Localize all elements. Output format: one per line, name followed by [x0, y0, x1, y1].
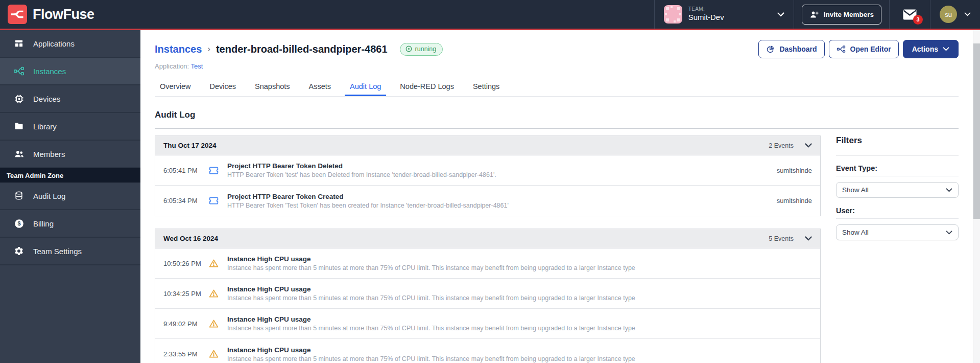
- invite-members-button[interactable]: Invite Members: [802, 5, 881, 25]
- audit-group-header[interactable]: Wed Oct 16 2024 5 Events: [155, 229, 820, 248]
- filters-heading: Filters: [836, 135, 959, 146]
- tab-node-red-logs[interactable]: Node-RED Logs: [395, 78, 459, 96]
- chip-icon: [13, 93, 25, 104]
- actions-button-label: Actions: [912, 45, 938, 53]
- scrollbar-thumb[interactable]: [973, 43, 980, 219]
- event-time: 10:50:26 PM: [163, 260, 208, 267]
- filters-divider: [836, 155, 959, 155]
- sidebar-item-instances[interactable]: Instances: [0, 58, 140, 85]
- event-time: 9:49:02 PM: [163, 320, 208, 328]
- chevron-down-icon: [964, 12, 971, 16]
- chevron-down-icon: [943, 47, 949, 51]
- group-date: Wed Oct 16 2024: [163, 235, 218, 242]
- flowfuse-logo-icon: [8, 5, 27, 24]
- event-time: 6:05:34 PM: [163, 197, 208, 205]
- sidebar-item-label: Billing: [33, 219, 54, 228]
- instances-icon: [13, 65, 25, 77]
- page-title: tender-broad-billed-sandpiper-4861: [216, 43, 388, 55]
- event-user: sumitshinde: [777, 197, 812, 205]
- event-time: 6:05:41 PM: [163, 167, 208, 174]
- warning-icon: [208, 258, 220, 269]
- sidebar-item-label: Library: [33, 122, 57, 131]
- event-time: 10:34:25 PM: [163, 290, 208, 298]
- event-title: Project HTTP Bearer Token Created: [227, 193, 767, 200]
- person-plus-icon: [809, 10, 819, 19]
- notifications-button[interactable]: 3: [889, 0, 930, 29]
- dashboard-button[interactable]: Dashboard: [758, 40, 824, 58]
- warning-icon: [208, 318, 220, 329]
- user-filter-label: User:: [836, 207, 959, 219]
- main-content: Instances › tender-broad-billed-sandpipe…: [140, 30, 973, 363]
- warning-icon: [208, 349, 220, 360]
- application-link[interactable]: Test: [191, 62, 203, 70]
- actions-button[interactable]: Actions: [903, 40, 959, 58]
- sidebar-item-billing[interactable]: $ Billing: [0, 210, 140, 238]
- event-type-select[interactable]: Show All: [836, 182, 959, 198]
- event-title: Project HTTP Bearer Token Deleted: [227, 162, 767, 170]
- tab-audit-log[interactable]: Audit Log: [345, 78, 386, 96]
- event-time: 2:33:55 PM: [163, 350, 208, 358]
- sidebar-item-label: Members: [33, 150, 65, 158]
- breadcrumb: Instances › tender-broad-billed-sandpipe…: [155, 40, 959, 58]
- team-admin-zone-header: Team Admin Zone: [0, 168, 140, 183]
- dollar-icon: $: [13, 218, 25, 229]
- tab-snapshots[interactable]: Snapshots: [250, 78, 295, 96]
- sidebar-item-devices[interactable]: Devices: [0, 85, 140, 113]
- event-title: Instance High CPU usage: [227, 285, 812, 293]
- sidebar-item-applications[interactable]: Applications: [0, 30, 140, 58]
- event-title: Instance High CPU usage: [227, 255, 812, 263]
- event-description: Instance has spent more than 5 minutes a…: [227, 294, 812, 302]
- tab-assets[interactable]: Assets: [304, 78, 337, 96]
- sidebar-item-label: Applications: [33, 39, 75, 48]
- events-count: 5 Events: [769, 235, 794, 242]
- audit-group: Wed Oct 16 2024 5 Events 10:50:26 PM: [155, 229, 821, 363]
- applications-icon: [13, 38, 25, 49]
- invite-members-label: Invite Members: [824, 11, 874, 18]
- folder-icon: [13, 121, 25, 132]
- sidebar-item-team-settings[interactable]: Team Settings: [0, 238, 140, 265]
- sidebar-item-label: Devices: [33, 95, 60, 103]
- team-name: Sumit-Dev: [688, 13, 771, 22]
- fork-icon: [836, 44, 846, 54]
- audit-event-row: 6:05:34 PM Project HTTP Bearer Token Cre…: [155, 186, 820, 216]
- sidebar-item-members[interactable]: Members: [0, 141, 140, 168]
- collapse-chevron-icon: [805, 143, 812, 148]
- sidebar: Applications Instances: [0, 30, 140, 363]
- open-editor-button-label: Open Editor: [850, 45, 891, 53]
- sidebar-item-label: Instances: [33, 67, 66, 76]
- tab-overview[interactable]: Overview: [155, 78, 196, 96]
- user-select[interactable]: Show All: [836, 224, 959, 240]
- audit-group-header[interactable]: Thu Oct 17 2024 2 Events: [155, 136, 820, 155]
- app-window: FlowFuse TEAM: Sumit-Dev: [0, 0, 980, 363]
- event-description: Instance has spent more than 5 minutes a…: [227, 355, 812, 362]
- database-icon: [13, 190, 25, 201]
- team-avatar: [664, 5, 682, 24]
- collapse-chevron-icon: [805, 236, 812, 241]
- tab-devices[interactable]: Devices: [204, 78, 241, 96]
- audit-event-row: 2:33:55 PM Instance High CPU usage Insta…: [155, 339, 820, 363]
- breadcrumb-instances-link[interactable]: Instances: [155, 43, 202, 55]
- scrollbar-track[interactable]: [973, 30, 980, 363]
- audit-event-row: 6:05:41 PM Project HTTP Bearer Token Del…: [155, 155, 820, 186]
- audit-log-table: Thu Oct 17 2024 2 Events 6:05:41 PM: [155, 135, 821, 363]
- sidebar-item-label: Audit Log: [33, 192, 65, 200]
- audit-divider: [155, 128, 959, 129]
- tab-settings[interactable]: Settings: [468, 78, 505, 96]
- pie-chart-icon: [766, 45, 775, 54]
- user-menu[interactable]: su: [930, 0, 980, 29]
- warning-icon: [208, 288, 220, 299]
- open-editor-button[interactable]: Open Editor: [829, 40, 899, 58]
- group-date: Thu Oct 17 2024: [163, 142, 217, 149]
- audit-event-row: 9:49:02 PM Instance High CPU usage Insta…: [155, 309, 820, 339]
- application-label: Application:: [155, 62, 189, 70]
- team-selector[interactable]: TEAM: Sumit-Dev: [654, 0, 794, 29]
- user-filter-value: Show All: [842, 229, 946, 236]
- event-description: HTTP Bearer Token 'Test Token' has been …: [227, 202, 767, 209]
- breadcrumb-separator: ›: [207, 44, 210, 54]
- event-user: sumitshinde: [777, 167, 812, 174]
- sidebar-item-library[interactable]: Library: [0, 113, 140, 141]
- flowfuse-logo[interactable]: FlowFuse: [0, 0, 94, 29]
- audit-event-row: 10:50:26 PM Instance High CPU usage Inst…: [155, 248, 820, 279]
- sidebar-item-audit-log[interactable]: Audit Log: [0, 183, 140, 210]
- audit-event-row: 10:34:25 PM Instance High CPU usage Inst…: [155, 279, 820, 309]
